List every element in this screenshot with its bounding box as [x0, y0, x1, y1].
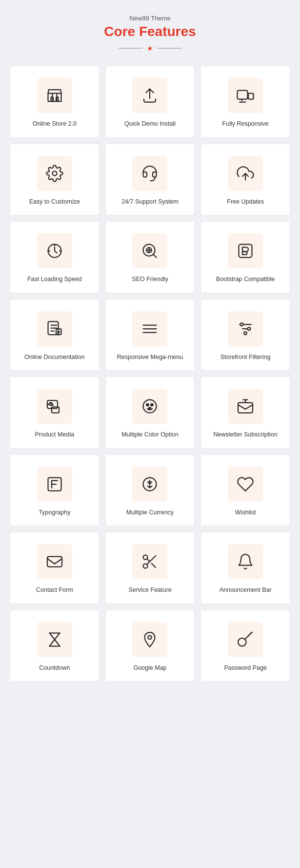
currency-icon-box: [132, 467, 167, 502]
feature-label-easy-customize: Easy to Customize: [29, 198, 80, 207]
feature-card-countdown[interactable]: Countdown: [10, 610, 100, 682]
feature-card-documentation[interactable]: Online Documentation: [10, 299, 100, 371]
fully-responsive-icon-box: [228, 78, 263, 113]
svg-point-4: [52, 171, 57, 175]
feature-label-wishlist: Wishlist: [235, 509, 256, 517]
mega-menu-icon-box: [132, 311, 167, 346]
feature-card-fully-responsive[interactable]: Fully Responsive: [200, 66, 290, 138]
online-store-icon-box: [37, 78, 72, 113]
feature-label-mega-menu: Responsive Mega-menu: [117, 353, 183, 362]
feature-card-support-system[interactable]: 24/7 Support System: [105, 144, 195, 216]
feature-label-fast-loading: Fast Loading Speed: [27, 275, 82, 284]
easy-customize-icon-box: [37, 156, 72, 191]
feature-card-online-store[interactable]: Online Store 2.0: [10, 66, 100, 138]
feature-label-google-map: Google Map: [133, 664, 166, 673]
feature-card-service-feature[interactable]: Service Feature: [105, 532, 195, 604]
feature-card-free-updates[interactable]: Free Updates: [200, 144, 290, 216]
feature-label-product-media: Product Media: [35, 431, 75, 439]
feature-label-announcement: Announcement Bar: [220, 586, 272, 595]
feature-card-newsletter[interactable]: Newsletter Subscription: [200, 377, 290, 449]
wishlist-icon-box: [228, 467, 263, 502]
svg-point-22: [248, 327, 251, 330]
feature-label-typography: Typography: [39, 509, 70, 517]
feature-label-storefront: Storefront Filtering: [220, 353, 271, 362]
features-grid: Online Store 2.0Quick Demo InstallFully …: [10, 66, 290, 681]
feature-label-newsletter: Newsletter Subscription: [214, 431, 278, 439]
feature-card-easy-customize[interactable]: Easy to Customize: [10, 144, 100, 216]
feature-card-password-page[interactable]: Password Page: [200, 610, 290, 682]
feature-card-bootstrap[interactable]: Bootstrap Compatible: [200, 221, 290, 293]
header-divider: ★: [10, 44, 290, 52]
feature-card-contact-form[interactable]: Contact Form: [10, 532, 100, 604]
header-title: Core Features: [10, 24, 290, 39]
contact-form-icon-box: [37, 544, 72, 579]
svg-rect-25: [52, 407, 59, 413]
svg-rect-12: [239, 245, 252, 258]
typography-icon-box: [37, 467, 72, 502]
storefront-icon-box: [228, 311, 263, 346]
page-header: New99 Theme Core Features ★: [10, 15, 290, 52]
svg-point-27: [143, 400, 157, 413]
feature-label-quick-demo: Quick Demo Install: [124, 120, 176, 129]
feature-card-fast-loading[interactable]: Fast Loading Speed: [10, 221, 100, 293]
feature-card-google-map[interactable]: Google Map: [105, 610, 195, 682]
feature-label-contact-form: Contact Form: [36, 586, 73, 595]
svg-rect-31: [238, 403, 253, 413]
color-option-icon-box: [132, 389, 167, 424]
bootstrap-icon-box: [228, 233, 263, 268]
svg-point-28: [147, 404, 149, 406]
star-icon: ★: [147, 44, 153, 52]
google-map-icon-box: [132, 622, 167, 657]
feature-card-typography[interactable]: Typography: [10, 454, 100, 527]
feature-card-seo-friendly[interactable]: SEO Friendly: [105, 221, 195, 293]
feature-label-documentation: Online Documentation: [24, 353, 85, 362]
feature-label-free-updates: Free Updates: [227, 198, 264, 207]
feature-label-service-feature: Service Feature: [128, 586, 171, 595]
feature-card-wishlist[interactable]: Wishlist: [200, 454, 290, 527]
feature-card-storefront[interactable]: Storefront Filtering: [200, 299, 290, 371]
feature-card-announcement[interactable]: Announcement Bar: [200, 532, 290, 604]
feature-card-color-option[interactable]: Multiple Color Option: [105, 377, 195, 449]
feature-label-currency: Multiple Currency: [126, 509, 174, 517]
feature-card-quick-demo[interactable]: Quick Demo Install: [105, 66, 195, 138]
svg-line-39: [147, 559, 150, 562]
svg-point-30: [149, 407, 151, 410]
feature-card-currency[interactable]: Multiple Currency: [105, 454, 195, 527]
divider-line-left: [119, 48, 143, 49]
support-system-icon-box: [132, 156, 167, 191]
svg-rect-3: [248, 94, 254, 99]
feature-card-product-media[interactable]: Product Media: [10, 377, 100, 449]
feature-label-online-store: Online Store 2.0: [33, 120, 77, 129]
announcement-icon-box: [228, 544, 263, 579]
service-feature-icon-box: [132, 544, 167, 579]
svg-point-29: [151, 404, 154, 406]
svg-point-21: [240, 323, 243, 326]
svg-line-38: [152, 564, 156, 567]
quick-demo-icon-box: [132, 78, 167, 113]
password-page-icon-box: [228, 622, 263, 657]
feature-label-bootstrap: Bootstrap Compatible: [216, 275, 275, 284]
feature-label-support-system: 24/7 Support System: [121, 198, 179, 207]
svg-rect-34: [47, 557, 62, 567]
newsletter-icon-box: [228, 389, 263, 424]
free-updates-icon-box: [228, 156, 263, 191]
svg-point-40: [148, 635, 152, 639]
seo-friendly-icon-box: [132, 233, 167, 268]
svg-rect-2: [238, 91, 248, 99]
product-media-icon-box: [37, 389, 72, 424]
divider-line-right: [157, 48, 181, 49]
page-wrapper: New99 Theme Core Features ★ Online Store…: [0, 0, 300, 701]
svg-point-23: [244, 332, 247, 335]
documentation-icon-box: [37, 311, 72, 346]
header-subtitle: New99 Theme: [10, 15, 290, 22]
feature-label-color-option: Multiple Color Option: [121, 431, 179, 439]
feature-card-mega-menu[interactable]: Responsive Mega-menu: [105, 299, 195, 371]
feature-label-countdown: Countdown: [39, 664, 70, 673]
countdown-icon-box: [37, 622, 72, 657]
fast-loading-icon-box: [37, 233, 72, 268]
feature-label-seo-friendly: SEO Friendly: [132, 275, 168, 284]
feature-label-fully-responsive: Fully Responsive: [222, 120, 269, 129]
feature-label-password-page: Password Page: [224, 664, 267, 673]
